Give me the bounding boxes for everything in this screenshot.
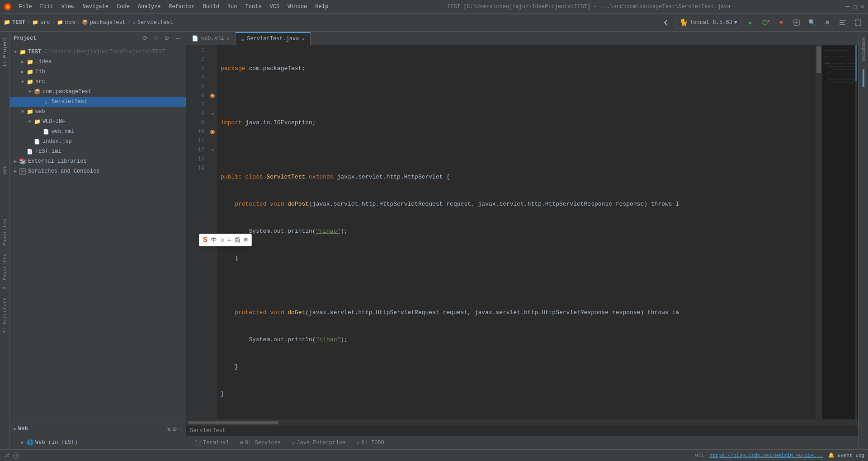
tree-label-scratches: Scratches and Consoles — [28, 168, 99, 174]
tab-servlettest-close[interactable]: ✕ — [302, 36, 305, 42]
left-tab-favorites[interactable]: Favorites — [1, 215, 9, 249]
navigate-back-button[interactable] — [660, 16, 672, 29]
main-toolbar: 📁 TEST › 📁 src › 📁 com › 📦 packageTest ›… — [0, 14, 868, 32]
code-content[interactable]: package com.packageTest; import java.io.… — [217, 45, 816, 419]
search-everywhere-button[interactable]: 🔍 — [806, 16, 818, 29]
menu-analyze[interactable]: Analyze — [134, 3, 164, 11]
tab-services[interactable]: ⚙ 8: Services — [236, 437, 285, 448]
collapse-all-icon[interactable]: ≡ — [151, 34, 160, 43]
web-panel-close-icon[interactable]: — — [179, 425, 182, 433]
code-line-9 — [217, 281, 816, 290]
web-panel-settings-icon[interactable]: ⚙ — [173, 425, 176, 433]
left-tab-structure[interactable]: 7: Structure — [1, 294, 9, 337]
ime-emoji-icon[interactable]: ☺ — [220, 236, 225, 244]
tab-java-enterprise[interactable]: ☕ Java Enterprise — [287, 437, 350, 448]
close-button[interactable]: ✕ — [861, 3, 864, 10]
breadcrumb-file[interactable]: ServletTest — [137, 19, 173, 26]
breadcrumb-project[interactable]: TEST — [12, 19, 25, 26]
web-panel-sort-icon[interactable]: ⇅ — [167, 425, 171, 433]
ime-chinese-toggle[interactable]: 中 — [210, 235, 218, 245]
stop-button[interactable]: ■ — [775, 16, 788, 29]
tree-arrow-web-in-test: ▶ — [19, 439, 26, 446]
tree-item-web[interactable]: ▼ 📁 web — [10, 107, 186, 117]
menu-help[interactable]: Help — [311, 3, 332, 11]
breadcrumb-src[interactable]: src — [40, 19, 50, 26]
breadcrumb-src-icon: 📁 — [32, 19, 38, 25]
run-button[interactable]: ▶ — [744, 16, 757, 29]
more-actions-button[interactable] — [836, 16, 849, 29]
right-tab-database[interactable]: Database — [859, 33, 868, 65]
project-tree: ▼ 📁 TEST C:\Users\chenjiajun\IdeaProject… — [10, 45, 186, 422]
tree-item-indexjsp[interactable]: ▶ 📄 index.jsp — [10, 136, 186, 146]
h-scroll-thumb[interactable] — [188, 421, 278, 424]
menu-refactor[interactable]: Refactor — [165, 3, 198, 11]
menu-code[interactable]: Code — [113, 3, 133, 11]
debug-button[interactable] — [760, 16, 772, 29]
editor-scrollbar[interactable] — [816, 45, 822, 419]
menu-view[interactable]: View — [58, 3, 78, 11]
title-bar: File Edit View Navigate Code Analyze Ref… — [0, 0, 868, 14]
ime-toolbar[interactable]: S 中 ☺ ✏ 简 ⊞ — [199, 234, 252, 246]
tab-webxml-close[interactable]: ✕ — [226, 36, 230, 42]
gutter-10[interactable] — [208, 127, 217, 136]
ime-grid-icon[interactable]: ⊞ — [243, 236, 249, 244]
left-tab-project[interactable]: 1: Project — [1, 33, 9, 71]
tree-item-com-packagetest[interactable]: ▼ 📦 com.packageTest — [10, 87, 186, 97]
web-folder-icon: 🌐 — [26, 439, 33, 446]
tree-item-idea[interactable]: ▶ 📁 .idea — [10, 57, 186, 67]
build-button[interactable] — [790, 16, 803, 29]
tree-arrow-web: ▼ — [19, 108, 26, 115]
sync-icon[interactable]: ⟳ — [141, 34, 150, 43]
tree-item-scratches[interactable]: ▶ Scratches and Consoles — [10, 166, 186, 176]
minimize-button[interactable]: — — [846, 3, 849, 10]
menu-edit[interactable]: Edit — [37, 3, 57, 11]
menu-navigate[interactable]: Navigate — [79, 3, 112, 11]
tab-servlettest[interactable]: ☕ ServletTest.java ✕ — [236, 32, 311, 45]
folder-icon-web: 📁 — [26, 108, 33, 115]
run-config-selector[interactable]: 🐈 Tomcat 8.5.63 ▼ — [675, 17, 741, 28]
status-event-log[interactable]: 🔔 Event Log — [828, 452, 864, 458]
menu-file[interactable]: File — [15, 3, 36, 11]
tree-item-testiml[interactable]: ▶ 📄 TEST.iml — [10, 146, 186, 156]
tab-webxml[interactable]: 📄 web.xml ✕ — [186, 32, 236, 45]
gutter-1 — [208, 46, 217, 55]
tab-terminal[interactable]: ⬛ Terminal — [190, 438, 234, 448]
tree-item-web-in-test[interactable]: ▶ 🌐 Web (in TEST) — [10, 437, 186, 447]
code-line-4 — [217, 146, 816, 155]
breadcrumb-package[interactable]: packageTest — [90, 19, 126, 26]
tab-todo[interactable]: ✓ 6: TODO — [352, 437, 389, 448]
expand-button[interactable] — [852, 16, 864, 29]
tree-item-src[interactable]: ▼ 📁 src — [10, 77, 186, 87]
menu-window[interactable]: Window — [284, 3, 311, 11]
left-tab-web[interactable]: Web — [1, 162, 9, 178]
tree-item-lib[interactable]: ▶ 📁 lib — [10, 67, 186, 77]
ime-edit-icon[interactable]: ✏ — [226, 236, 232, 244]
breadcrumb-com[interactable]: com — [65, 19, 75, 26]
ime-simplified-icon[interactable]: 简 — [234, 235, 241, 245]
horizontal-scroll[interactable] — [186, 419, 858, 426]
status-position[interactable]: 9:1 — [695, 453, 704, 458]
gutter-6[interactable] — [208, 91, 217, 100]
close-panel-icon[interactable]: — — [173, 34, 182, 43]
settings-button[interactable]: ⚙ — [821, 16, 834, 29]
menu-run[interactable]: Run — [224, 3, 241, 11]
settings-panel-icon[interactable]: ⚙ — [162, 34, 171, 43]
status-link[interactable]: https://blog.csdn.net/weixin_467154... — [709, 453, 823, 458]
tree-item-TEST[interactable]: ▼ 📁 TEST C:\Users\chenjiajun\IdeaProject… — [10, 47, 186, 57]
tree-item-external-libraries[interactable]: ▶ 📚 External Libraries — [10, 156, 186, 166]
tree-item-servlettest[interactable]: ▶ ☕ ServletTest — [10, 97, 186, 107]
scrollbar-thumb[interactable] — [816, 46, 821, 73]
tree-item-webxml[interactable]: ▶ 📄 web.xml — [10, 127, 186, 136]
code-line-8: } — [217, 254, 816, 263]
folder-icon-idea: 📁 — [26, 58, 33, 66]
web-panel-header[interactable]: ▶ Web ⇅ ⚙ — — [10, 422, 186, 436]
todo-icon: ✓ — [356, 439, 359, 446]
menu-tools[interactable]: Tools — [242, 3, 265, 11]
left-tab-favorites2[interactable]: 2: Favorites — [1, 250, 9, 293]
maximize-button[interactable]: ❐ — [853, 3, 857, 10]
extlib-icon: 📚 — [19, 158, 26, 165]
tree-item-webinf[interactable]: ▼ 📁 WEB-INF — [10, 117, 186, 127]
menu-build[interactable]: Build — [199, 3, 223, 11]
svg-rect-7 — [840, 24, 845, 25]
menu-vcs[interactable]: VCS — [266, 3, 283, 11]
